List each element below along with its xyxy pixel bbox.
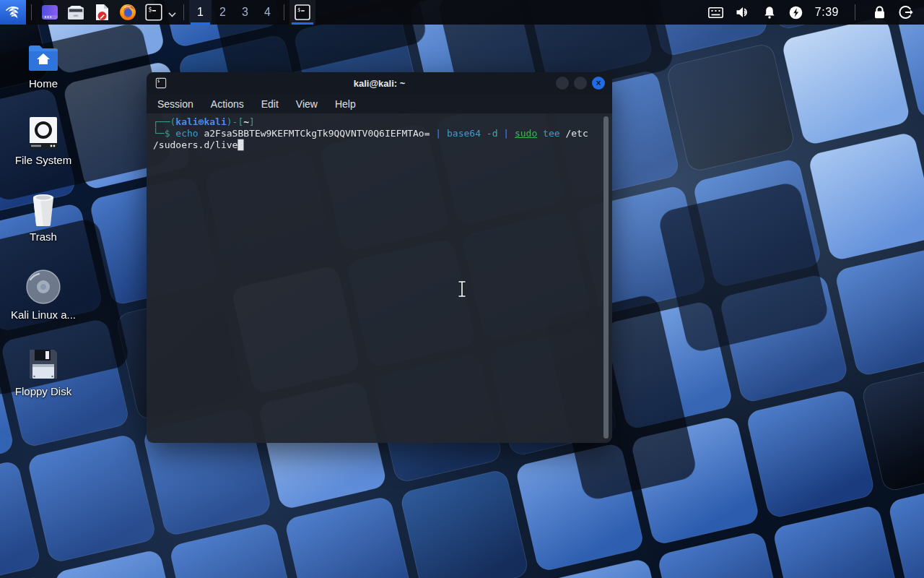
firefox-icon	[118, 3, 137, 22]
window-title: kali@kali: ~	[354, 78, 406, 89]
minimize-button[interactable]	[556, 77, 569, 90]
keyboard-layout-tray-button[interactable]	[708, 0, 724, 25]
panel-clock[interactable]: 7:39	[815, 6, 839, 19]
workspace-3-button[interactable]: 3	[234, 0, 256, 25]
launcher-terminal[interactable]: $	[142, 0, 165, 25]
logout-icon	[899, 5, 913, 20]
workspace-4-button[interactable]: 4	[256, 0, 279, 25]
workspace-2-button[interactable]: 2	[212, 0, 234, 25]
show-desktop-icon	[40, 3, 59, 22]
lock-screen-icon	[873, 5, 886, 20]
keyboard-icon	[708, 7, 723, 18]
applications-menu-button[interactable]	[0, 0, 26, 25]
scrollbar-thumb[interactable]	[603, 116, 609, 439]
maximize-button[interactable]	[574, 77, 587, 90]
launcher-text-editor[interactable]	[90, 0, 113, 25]
close-button[interactable]: ×	[592, 77, 605, 90]
launcher-file-manager[interactable]	[64, 0, 87, 25]
desktop-icon-label: Trash	[30, 230, 57, 243]
terminal-menubar: Session Actions Edit View Help	[147, 94, 612, 113]
panel-separator	[183, 4, 184, 20]
desktop-icon-label: File System	[15, 154, 71, 166]
terminal-icon: $	[294, 4, 311, 21]
home-folder-icon	[26, 42, 61, 74]
system-tray: 7:39	[708, 0, 924, 25]
power-manager-icon	[789, 6, 803, 20]
desktop-icon-floppy-disk[interactable]: Floppy Disk	[9, 347, 78, 397]
desktop-icon-file-system[interactable]: File System	[9, 116, 78, 166]
file-manager-icon	[66, 3, 85, 22]
workspace-1-button[interactable]: 1	[189, 0, 212, 25]
kali-logo-icon	[4, 4, 22, 21]
desktop-icon-kali-installer[interactable]: Kali Linux a...	[9, 269, 78, 321]
cd-disc-icon	[25, 269, 61, 305]
terminal-line: /sudoers.d/live█	[153, 139, 611, 151]
panel-separator	[31, 4, 32, 20]
logout-button[interactable]	[898, 0, 914, 25]
terminal-launcher-dropdown-arrow[interactable]	[167, 0, 177, 25]
hard-drive-icon	[27, 116, 60, 150]
desktop-root: { "panel": { "menu_button": { "icon": "k…	[0, 0, 924, 578]
desktop-icon-label: Kali Linux a...	[11, 309, 76, 321]
desktop-icon-label: Home	[29, 77, 58, 90]
desktop-icon-label: Floppy Disk	[15, 385, 71, 397]
svg-text:$: $	[157, 79, 160, 83]
trash-can-icon	[27, 192, 59, 227]
volume-icon	[736, 6, 750, 19]
text-editor-icon	[92, 3, 111, 22]
svg-text:$: $	[297, 7, 301, 13]
launcher-show-desktop[interactable]	[38, 0, 61, 25]
top-panel: $ 1 2 3 4 $	[0, 0, 924, 25]
launcher-firefox[interactable]	[116, 0, 139, 25]
menu-edit[interactable]: Edit	[261, 98, 279, 110]
lock-screen-button[interactable]	[871, 0, 887, 25]
menu-view[interactable]: View	[296, 98, 318, 110]
window-controls: ×	[556, 77, 605, 90]
terminal-app-icon: $	[155, 77, 167, 89]
terminal-scrollbar[interactable]	[603, 115, 611, 440]
terminal-window: $ kali@kali: ~ × Session Actions Edit Vi…	[147, 72, 612, 443]
menu-actions[interactable]: Actions	[211, 98, 244, 110]
terminal-screen[interactable]: ┌──(kali⊕kali)-[~]└─$ echo a2FsaSBBTEw9K…	[147, 113, 612, 443]
panel-separator	[855, 4, 855, 20]
terminal-line: └─$ echo a2FsaSBBTEw9KEFMTCkgTk9QQVNTV0Q…	[153, 128, 611, 139]
window-titlebar[interactable]: $ kali@kali: ~ ×	[147, 72, 612, 94]
notifications-tray-button[interactable]	[762, 0, 777, 25]
taskbar-window-button-terminal[interactable]: $	[289, 0, 315, 25]
panel-separator	[284, 4, 284, 20]
desktop-icon-home[interactable]: Home	[9, 42, 78, 90]
floppy-disk-icon	[27, 347, 60, 381]
volume-tray-button[interactable]	[735, 0, 751, 25]
menu-session[interactable]: Session	[157, 98, 193, 110]
svg-text:$: $	[148, 7, 152, 13]
menu-help[interactable]: Help	[335, 98, 356, 110]
terminal-line: ┌──(kali⊕kali)-[~]	[153, 116, 611, 128]
power-manager-tray-button[interactable]	[788, 0, 804, 25]
notifications-bell-icon	[763, 6, 776, 20]
desktop-icon-trash[interactable]: Trash	[9, 192, 78, 243]
terminal-icon: $	[144, 3, 163, 22]
